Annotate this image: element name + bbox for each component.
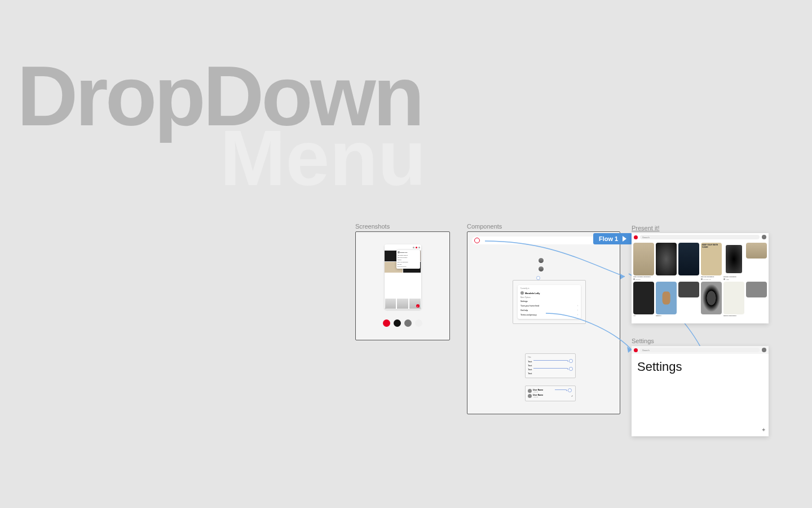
phone-mockup: Mandele Lolly Add another account Conver… [385, 244, 421, 309]
dropdown-item-help[interactable]: Get help› [519, 308, 579, 313]
text-variants-component[interactable]: Title Text Text Text Text [525, 353, 576, 378]
settings-label: Settings [632, 338, 654, 344]
avatar-variant-stack [538, 257, 544, 272]
plus-icon[interactable]: + [762, 427, 765, 433]
flow-label[interactable]: Flow 1 [593, 233, 632, 244]
user-variants-component[interactable]: User Name Account User Name Account ✓ [525, 386, 576, 401]
dropdown-user-row[interactable]: Mandele Lolly [519, 290, 579, 296]
settings-page-title: Settings [632, 354, 769, 380]
avatar-icon [528, 389, 532, 393]
settings-header: Search [632, 346, 769, 354]
chevron-right-icon: › [577, 314, 578, 316]
avatar-icon [538, 266, 544, 272]
search-icon [474, 238, 480, 243]
avatar-icon [538, 257, 544, 264]
settings-frame[interactable]: Search Settings + [632, 346, 769, 436]
color-swatches [383, 319, 422, 327]
present-header: Search [632, 233, 769, 241]
pinterest-logo-icon [634, 235, 638, 239]
chevron-right-icon: › [577, 309, 578, 312]
screenshots-frame[interactable]: Mandele Lolly Add another account Conver… [355, 231, 450, 340]
check-icon: ✓ [571, 395, 573, 397]
dropdown-item-terms[interactable]: Terms and privacy› [519, 313, 579, 317]
pin-masonry: Owls Portraits IllustrationJustPosts KEE… [632, 241, 769, 319]
screenshots-label: Screenshots [355, 223, 390, 230]
search-input[interactable]: Search [640, 235, 760, 239]
swatch-gray [404, 319, 412, 327]
present-label: Present it! [632, 225, 660, 231]
avatar-icon [520, 291, 524, 295]
play-icon [623, 236, 626, 242]
avatar-icon[interactable] [762, 348, 766, 352]
present-frame[interactable]: Search Owls Portraits IllustrationJustPo… [632, 233, 769, 323]
swatch-light [415, 319, 422, 327]
chevron-right-icon: › [577, 305, 578, 307]
swatch-red [383, 319, 390, 327]
pinterest-logo-icon [634, 348, 638, 352]
swatch-black [394, 319, 401, 327]
avatar-icon[interactable] [762, 235, 766, 239]
avatar-icon [528, 394, 532, 398]
hero-subtitle: Menu [220, 119, 426, 198]
phone-menu-overlay: Mandele Lolly Add another account Conver… [396, 250, 420, 269]
components-label: Components [467, 223, 502, 230]
dropdown-item-tune[interactable]: Tune your home feed› [519, 304, 579, 308]
search-input[interactable]: Search [640, 348, 760, 352]
dropdown-component[interactable]: Currently in Mandele Lolly More Options … [513, 280, 586, 324]
plus-icon: + [416, 304, 420, 308]
svg-marker-0 [620, 274, 625, 279]
svg-marker-1 [627, 347, 632, 353]
dropdown-item-settings[interactable]: Settings [519, 299, 579, 304]
components-frame[interactable]: Currently in Mandele Lolly More Options … [467, 231, 620, 414]
